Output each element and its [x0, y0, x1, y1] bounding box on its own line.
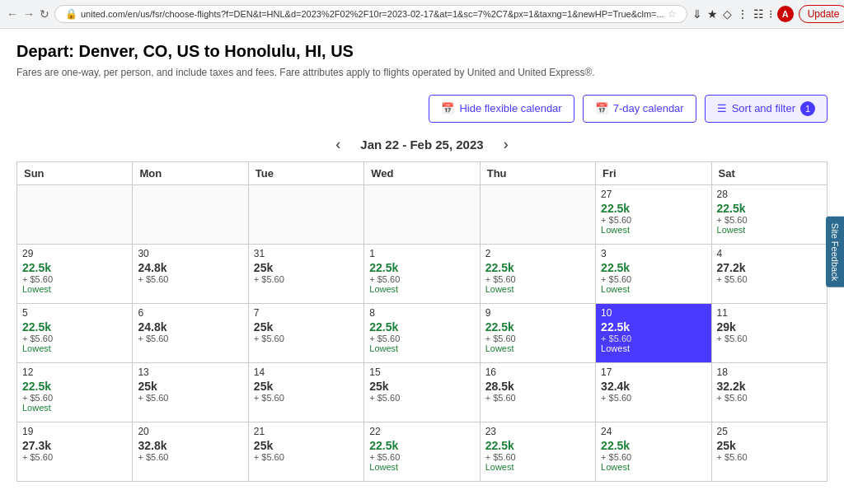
day-number: 16	[485, 366, 590, 378]
calendar-cell[interactable]: 2722.5k+ $5.60Lowest	[596, 184, 711, 244]
day-price: 22.5k	[717, 202, 746, 215]
calendar-cell[interactable]: 2525k+ $5.60	[711, 422, 827, 481]
update-button[interactable]: Update	[799, 5, 844, 23]
calendar-cell[interactable]: 3024.8k+ $5.60	[133, 244, 248, 303]
menu-icon[interactable]: ⋮	[737, 7, 748, 21]
calendar-cell[interactable]: 3125k+ $5.60	[248, 244, 363, 303]
forward-button[interactable]: →	[23, 5, 35, 23]
extension-icon[interactable]: ◇	[723, 7, 732, 21]
calendar7-icon: 📅	[595, 102, 608, 114]
day-price: 22.5k	[22, 380, 51, 393]
day-price: 22.5k	[369, 261, 398, 274]
calendar-icon: 📅	[441, 102, 454, 114]
day-number: 29	[22, 248, 127, 259]
day-price: 25k	[717, 439, 736, 452]
toolbar: 📅 Hide flexible calendar 📅 7-day calenda…	[16, 95, 828, 123]
hide-flexible-button[interactable]: 📅 Hide flexible calendar	[429, 95, 574, 123]
calendar-cell[interactable]: 1325k+ $5.60	[133, 362, 248, 422]
bookmark-icon[interactable]: ★	[707, 7, 718, 21]
day-price: 22.5k	[485, 261, 514, 274]
grid-icon[interactable]: ☷	[753, 7, 764, 21]
day-number: 17	[601, 366, 706, 378]
calendar-cell[interactable]: 2822.5k+ $5.60Lowest	[711, 184, 827, 244]
day-fee: + $5.60	[254, 452, 359, 462]
day-number: 18	[717, 366, 822, 378]
user-avatar[interactable]: A	[777, 6, 794, 22]
day-number: 2	[485, 248, 590, 259]
day-lowest-badge: Lowest	[369, 343, 474, 353]
feedback-tab[interactable]: Site Feedback	[826, 217, 844, 287]
day-price: 25k	[369, 380, 388, 393]
calendar-header-tue: Tue	[248, 161, 363, 184]
calendar-cell[interactable]: 2032.8k+ $5.60	[133, 422, 248, 481]
day-fee: + $5.60	[717, 215, 822, 225]
calendar-cell[interactable]: 2222.5k+ $5.60Lowest	[364, 422, 480, 481]
day-lowest-badge: Lowest	[22, 343, 127, 353]
calendar-cell[interactable]: 1129k+ $5.60	[711, 303, 827, 362]
calendar-header-fri: Fri	[596, 161, 711, 184]
calendar-cell[interactable]: 2422.5k+ $5.60Lowest	[596, 422, 711, 481]
download-icon[interactable]: ⇓	[692, 7, 702, 21]
day-number: 20	[138, 426, 242, 437]
day-fee: + $5.60	[717, 452, 822, 462]
calendar-cell[interactable]: 1222.5k+ $5.60Lowest	[17, 362, 133, 422]
calendar-cell[interactable]: 624.8k+ $5.60	[133, 303, 248, 362]
day-price: 32.8k	[138, 439, 166, 452]
calendar-cell[interactable]: 322.5k+ $5.60Lowest	[596, 244, 711, 303]
day-lowest-badge: Lowest	[601, 284, 706, 294]
day-fee: + $5.60	[485, 334, 590, 343]
reload-button[interactable]: ↻	[40, 5, 49, 23]
day-lowest-badge: Lowest	[485, 462, 590, 472]
back-button[interactable]: ←	[7, 5, 18, 23]
prev-month-button[interactable]: ‹	[332, 136, 344, 153]
calendar-nav: ‹ Jan 22 - Feb 25, 2023 ›	[16, 136, 828, 153]
day-fee: + $5.60	[254, 334, 359, 343]
day-number: 30	[138, 248, 242, 259]
calendar-cell[interactable]: 2322.5k+ $5.60Lowest	[480, 422, 595, 481]
calendar-cell[interactable]: 822.5k+ $5.60Lowest	[364, 303, 480, 362]
day-lowest-badge: Lowest	[369, 462, 474, 472]
day-number: 22	[369, 426, 474, 437]
calendar-cell[interactable]: 1628.5k+ $5.60	[480, 362, 595, 422]
calendar-cell[interactable]: 1732.4k+ $5.60	[596, 362, 711, 422]
day-fee: + $5.60	[369, 274, 474, 284]
day-fee: + $5.60	[601, 452, 706, 462]
day-price: 22.5k	[369, 320, 398, 334]
day-price: 22.5k	[601, 202, 630, 215]
day-number: 1	[369, 248, 474, 259]
day-number: 24	[601, 426, 706, 437]
url-bar[interactable]: 🔒 united.com/en/us/fsr/choose-flights?f=…	[54, 5, 687, 23]
calendar-cell[interactable]: 2125k+ $5.60	[248, 422, 363, 481]
calendar-cell[interactable]: 122.5k+ $5.60Lowest	[364, 244, 480, 303]
calendar-cell[interactable]: 2922.5k+ $5.60Lowest	[17, 244, 133, 303]
calendar-cell[interactable]: 427.2k+ $5.60	[711, 244, 827, 303]
day-price: 25k	[254, 380, 273, 393]
day-price: 28.5k	[485, 380, 514, 393]
day-fee: + $5.60	[22, 452, 127, 462]
day-lowest-badge: Lowest	[485, 343, 590, 353]
browser-actions: ⇓ ★ ◇ ⋮ ☷ ⁝ A Update ⋮	[692, 5, 844, 23]
calendar-cell[interactable]: 1022.5k+ $5.60Lowest	[596, 303, 711, 362]
month-label: Jan 22 - Feb 25, 2023	[360, 138, 483, 152]
page-title: Depart: Denver, CO, US to Honolulu, HI, …	[16, 42, 828, 61]
day-price: 25k	[254, 439, 273, 452]
day-fee: + $5.60	[485, 393, 590, 403]
calendar-cell[interactable]: 222.5k+ $5.60Lowest	[480, 244, 595, 303]
calendar-cell[interactable]: 1927.3k+ $5.60	[17, 422, 133, 481]
calendar-cell[interactable]: 522.5k+ $5.60Lowest	[17, 303, 133, 362]
day-fee: + $5.60	[22, 274, 127, 284]
calendar-cell[interactable]: 725k+ $5.60	[248, 303, 363, 362]
day-number: 10	[601, 307, 706, 319]
day-number: 11	[717, 307, 822, 319]
star-icon[interactable]: ☆	[668, 8, 677, 20]
seven-day-button[interactable]: 📅 7-day calendar	[583, 95, 696, 123]
day-number: 7	[254, 307, 359, 319]
calendar-cell[interactable]: 1525k+ $5.60	[364, 362, 480, 422]
sort-filter-button[interactable]: ☰ Sort and filter 1	[705, 95, 828, 123]
day-fee: + $5.60	[601, 334, 706, 343]
calendar-cell[interactable]: 1832.2k+ $5.60	[711, 362, 827, 422]
more-icon[interactable]: ⁝	[769, 7, 772, 21]
calendar-cell[interactable]: 1425k+ $5.60	[248, 362, 363, 422]
calendar-cell[interactable]: 922.5k+ $5.60Lowest	[480, 303, 595, 362]
next-month-button[interactable]: ›	[500, 136, 512, 153]
